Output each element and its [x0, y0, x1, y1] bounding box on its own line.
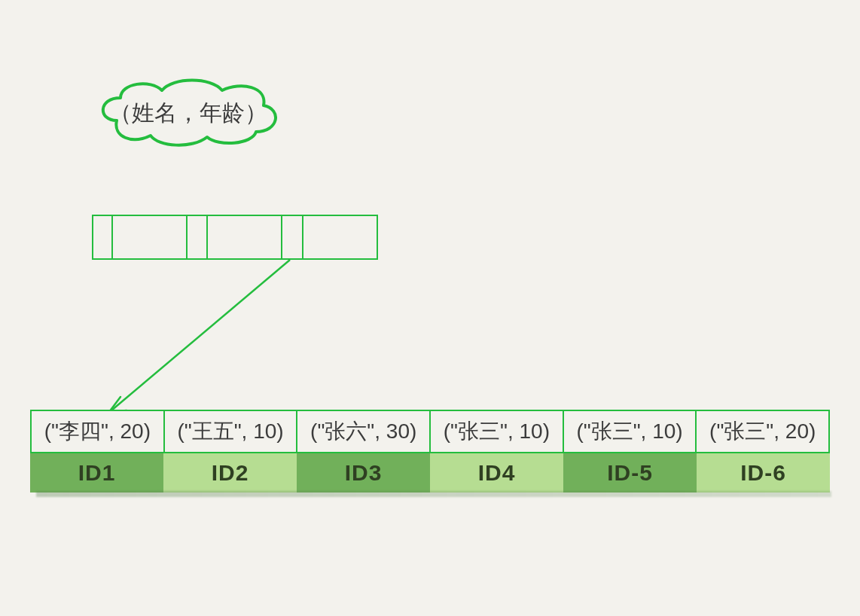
id-cell: ID2: [163, 453, 297, 492]
schema-cloud: （姓名，年龄）: [90, 75, 286, 151]
index-cell: [188, 215, 209, 260]
tuple-cell: ("张三", 10): [431, 410, 564, 453]
tuple-cell: ("李四", 20): [30, 410, 165, 453]
index-cell: [92, 215, 113, 260]
tuple-cell: ("张三", 10): [564, 410, 697, 453]
index-cell: [113, 215, 188, 260]
index-row: [92, 215, 378, 260]
id-cell: ID4: [430, 453, 563, 492]
id-row: ID1 ID2 ID3 ID4 ID-5 ID-6: [30, 453, 830, 492]
tuple-cell: ("王五", 10): [165, 410, 298, 453]
index-cell: [282, 215, 303, 260]
tuple-cell: ("张六", 30): [297, 410, 431, 453]
index-cell: [208, 215, 282, 260]
svg-line-0: [111, 260, 290, 410]
id-cell: ID1: [30, 453, 163, 492]
id-cell: ID3: [297, 453, 430, 492]
row-shadow: [36, 491, 831, 497]
pointer-arrow: [98, 260, 309, 425]
id-cell: ID-5: [563, 453, 697, 492]
schema-label: （姓名，年龄）: [90, 75, 286, 151]
id-cell: ID-6: [697, 453, 830, 492]
tuple-cell: ("张三", 20): [697, 410, 830, 453]
index-cell: [303, 215, 378, 260]
tuple-row: ("李四", 20) ("王五", 10) ("张六", 30) ("张三", …: [30, 410, 830, 453]
